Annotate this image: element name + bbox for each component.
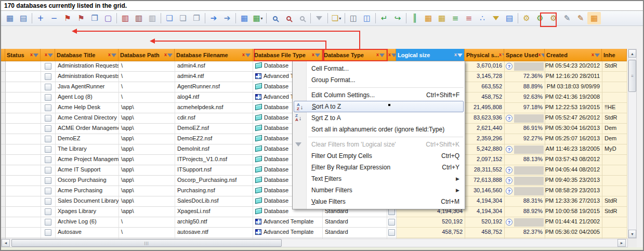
flag-back-icon[interactable]: ⚑ [61, 12, 74, 24]
row-checkbox[interactable] [41, 93, 56, 103]
column-header-dbtype[interactable]: Database Typex [322, 49, 387, 61]
checkbox[interactable] [388, 229, 395, 236]
jump-forward-icon[interactable]: ↪ [391, 12, 404, 24]
row-checkbox[interactable] [41, 217, 56, 228]
add-row-icon[interactable]: + [34, 12, 47, 24]
filter-icon[interactable]: x [108, 52, 116, 57]
filter-icon[interactable]: x [45, 52, 53, 57]
row-checkbox[interactable] [41, 196, 56, 207]
filter-icon[interactable]: x [454, 52, 463, 57]
checkbox[interactable] [45, 73, 51, 80]
freeze-off-icon[interactable]: ▥ [146, 12, 159, 24]
checkbox[interactable] [45, 94, 51, 101]
row-checkbox[interactable] [41, 103, 56, 113]
column-header-filetype[interactable]: Database File Typex [253, 49, 322, 61]
menu-item-text-filters[interactable]: Text Filters▶ [293, 173, 465, 184]
column-header-fsel[interactable]: x [387, 49, 396, 61]
checkbox[interactable] [45, 115, 51, 122]
chart-grid-icon[interactable]: ▦ [587, 12, 601, 24]
vertical-scrollbar[interactable]: ▲ ≡ ▼ [628, 49, 637, 239]
checkbox[interactable] [388, 219, 395, 226]
copy-page-alt-icon[interactable]: ❐ [190, 12, 203, 24]
jump-back-icon[interactable]: ↵ [377, 12, 391, 24]
freeze-first-column-icon[interactable]: ▥ [119, 12, 132, 24]
flow-chart-icon[interactable]: ∴ [476, 12, 489, 24]
rows-tree-icon[interactable]: ≡ [462, 12, 476, 24]
row-checkbox[interactable] [41, 155, 56, 165]
row-checkbox[interactable] [41, 228, 56, 238]
checkbox[interactable] [45, 104, 51, 111]
filter-icon[interactable]: x [242, 52, 251, 57]
row-checkbox[interactable] [41, 238, 56, 239]
filter-icon[interactable]: x [312, 52, 320, 57]
zoom-find-icon[interactable] [282, 12, 295, 24]
gear-build-icon[interactable]: ⚙ [520, 12, 533, 24]
table-row[interactable]: ? [1, 238, 628, 239]
checkbox[interactable] [45, 156, 51, 163]
row-checkbox[interactable] [41, 124, 56, 134]
freeze-middle-column-icon[interactable]: ▥ [132, 12, 146, 24]
menu-item-cell-format[interactable]: Cell Format... [293, 63, 465, 74]
row-checkbox[interactable] [387, 238, 397, 239]
comment-grid-icon[interactable]: ▦ [435, 12, 449, 24]
checkbox[interactable] [45, 84, 51, 90]
column-header-status[interactable]: Statusx [5, 49, 41, 61]
menu-item-number-filters[interactable]: Number Filters▶ [293, 184, 465, 196]
select-shape-icon[interactable]: ▢ [101, 12, 115, 24]
zoom-off-icon[interactable] [295, 12, 309, 24]
row-checkbox[interactable] [41, 113, 56, 124]
zoom-selection-icon[interactable] [268, 12, 282, 24]
scroll-left-button[interactable]: ◄ [2, 239, 10, 247]
row-checkbox[interactable] [41, 82, 56, 93]
row-checkbox[interactable] [41, 72, 56, 82]
export-settings-icon[interactable]: ➔ [220, 12, 234, 24]
grid-settings-icon[interactable]: ▦ [3, 12, 17, 24]
menu-item-sort-z-to-a[interactable]: ZA↓Sort Z to A [293, 112, 465, 124]
table-properties-icon[interactable]: ▤ [17, 12, 30, 24]
export-icon[interactable]: ➔ [207, 12, 220, 24]
grid-checkmarks-icon[interactable]: ▦▾ [251, 12, 265, 24]
rows-group-icon[interactable]: ≡ [449, 12, 462, 24]
column-header-inherit[interactable]: Inhe [602, 49, 627, 61]
terminal-list-icon[interactable]: ▤ [503, 12, 516, 24]
flag-forward-icon[interactable]: ⚑ [74, 12, 88, 24]
filter-icon[interactable]: x [164, 52, 173, 57]
filter-disabled-icon[interactable] [312, 12, 326, 24]
filter-icon[interactable]: x [592, 52, 600, 57]
menu-item-filter-out-empty-cells[interactable]: Filter Out Empty CellsCtrl+Q [293, 150, 465, 162]
filter-icon[interactable]: x [30, 52, 38, 57]
checkbox[interactable] [45, 219, 51, 226]
scroll-up-button[interactable]: ▲ [628, 49, 636, 58]
menu-item-filter-by-regular-expression[interactable]: Filter By Regular ExpressionCtrl+Y [293, 162, 465, 173]
split-columns-icon[interactable]: ║ [408, 12, 422, 24]
menu-item-edit-column-settings[interactable]: Edit Column Settings...Ctrl+Shift+F [293, 89, 465, 101]
row-checkbox[interactable] [41, 165, 56, 176]
checkbox[interactable] [45, 188, 51, 194]
column-header-filename[interactable]: Database Filenamex [175, 49, 253, 61]
checkbox[interactable] [45, 125, 51, 132]
checkbox[interactable] [45, 63, 51, 70]
menu-item-sort-alphanumeric[interactable]: Sort all in alphanumeric order (ignore f… [293, 124, 465, 135]
filter-icon[interactable]: x [538, 52, 545, 57]
copy-structure-icon[interactable]: ❐ [88, 12, 101, 24]
filter-icon[interactable]: x [388, 52, 396, 57]
doc-sign-icon[interactable]: ✎ [574, 12, 587, 24]
checkbox[interactable] [45, 208, 51, 215]
checkbox[interactable] [45, 198, 51, 205]
menu-item-value-filters[interactable]: Value FiltersCtrl+M [293, 196, 465, 207]
table-row[interactable]: Autosave\autosave.ntfAdvanced TemplateSt… [1, 228, 628, 238]
collapse-columns-icon[interactable]: ◫ [347, 12, 360, 24]
filter-icon[interactable]: x [376, 52, 385, 57]
horizontal-scrollbar[interactable]: ◄ ||| ► [1, 239, 628, 247]
checkbox[interactable] [45, 146, 51, 153]
scroll-right-button[interactable]: ► [617, 239, 626, 247]
row-checkbox[interactable] [41, 186, 56, 196]
column-header-created[interactable]: Createdx [545, 49, 602, 61]
checkbox[interactable] [45, 229, 51, 236]
row-checkbox[interactable] [41, 207, 56, 217]
scroll-down-button[interactable]: ▼ [628, 230, 636, 238]
column-header-space[interactable]: Space Usedx [504, 49, 545, 61]
popup-grid-icon[interactable]: ▦ [238, 12, 251, 24]
checkbox[interactable] [45, 167, 51, 174]
column-header-title[interactable]: Database Titlex [55, 49, 119, 61]
